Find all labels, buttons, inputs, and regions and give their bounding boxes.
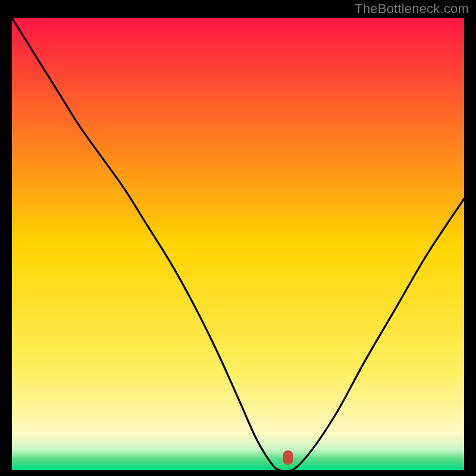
plot-area <box>12 18 464 470</box>
watermark-text: TheBottleneck.com <box>355 1 469 17</box>
optimal-point-marker <box>283 450 293 465</box>
chart-frame: TheBottleneck.com <box>0 0 476 476</box>
bottleneck-curve <box>12 18 464 470</box>
curve-path <box>12 18 464 470</box>
